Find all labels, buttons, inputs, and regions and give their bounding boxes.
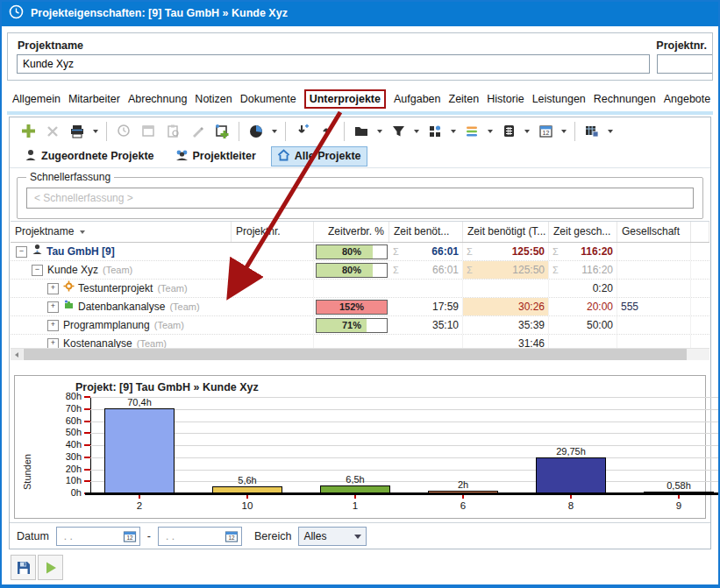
table-save-icon[interactable]	[582, 122, 602, 141]
collapse-expander[interactable]: −	[32, 265, 43, 276]
pie-dropdown-arrow-icon[interactable]	[272, 130, 277, 133]
zeitverbr-cell: 152%	[314, 298, 389, 315]
horizontal-scrollbar[interactable]	[11, 348, 709, 360]
tab-unterprojekte[interactable]: Unterprojekte	[304, 89, 386, 109]
tablesave-dropdown-arrow-icon[interactable]	[608, 130, 613, 133]
bereich-select[interactable]: Alles	[298, 527, 367, 546]
view-button-label: Projektleiter	[193, 150, 256, 162]
table-row-testunterprojekt[interactable]: + Testunterprojekt (Team) 0:20	[11, 280, 709, 298]
column-header-zeit-benoetigt-t[interactable]: Zeit benötigt (T...	[463, 222, 549, 242]
project-name: Datenbankanalyse	[78, 298, 165, 315]
column-header-projektname[interactable]: Projektname	[11, 222, 232, 242]
project-nr-input[interactable]	[657, 54, 713, 74]
collapse-expander[interactable]: −	[16, 246, 27, 258]
expand-expander[interactable]: +	[47, 283, 59, 294]
delete-icon[interactable]	[43, 122, 62, 141]
zeit-benoetigt-t-cell: 35:39	[463, 316, 549, 334]
tab-abrechnung[interactable]: Abrechnung	[128, 93, 187, 105]
tab-dokumente[interactable]: Dokumente	[240, 93, 296, 105]
x-axis-tick	[139, 495, 140, 499]
y-axis-tick	[84, 480, 90, 482]
color-lines-icon[interactable]	[462, 122, 481, 141]
view-alle-projekte-button[interactable]: Alle Projekte	[271, 146, 367, 166]
table-row-programmplanung[interactable]: + Programmplanung (Team) 71% 35:10 35:39…	[11, 316, 709, 335]
calc-dropdown-arrow-icon[interactable]	[524, 130, 530, 133]
column-header-gesellschaft[interactable]: Gesellschaft	[617, 222, 691, 242]
tab-notizen[interactable]: Notizen	[195, 93, 232, 105]
grid-calculator-icon[interactable]	[499, 122, 518, 141]
filter-icon[interactable]	[389, 122, 408, 141]
run-button[interactable]	[38, 555, 63, 580]
zeitverbr-cell: 80%	[314, 261, 389, 279]
add-icon[interactable]	[18, 122, 38, 141]
team-suffix: (Team)	[169, 298, 199, 315]
zeit-benoetigt-cell: Σ66:01	[389, 261, 463, 279]
calendar12-dropdown-arrow-icon[interactable]	[561, 130, 567, 133]
y-axis-tick-label: 30h	[52, 451, 82, 462]
lines-dropdown-arrow-icon[interactable]	[488, 130, 493, 133]
tab-leistungen[interactable]: Leistungen	[532, 93, 586, 105]
window-add-icon[interactable]	[212, 122, 232, 141]
pie-chart-icon[interactable]	[246, 122, 266, 141]
toolbar: 12	[10, 117, 710, 145]
arrow-down-plus-icon[interactable]	[293, 122, 312, 141]
bar-value-label: 5,6h	[208, 475, 287, 485]
project-name-input[interactable]	[17, 54, 650, 74]
app-clock-icon	[9, 4, 24, 22]
quick-entry-input[interactable]	[26, 188, 694, 209]
date-to-input[interactable]: . . 12	[158, 527, 242, 546]
column-header-zeit-geschaetzt[interactable]: Zeit gesch...	[549, 222, 617, 242]
y-axis-tick	[84, 432, 90, 434]
column-header-projektnr[interactable]: Projektnr.	[232, 222, 314, 242]
view-projektleiter-button[interactable]: Projektleiter	[169, 146, 262, 166]
y-axis-tick-label: 40h	[52, 439, 82, 450]
y-axis-tick	[84, 408, 90, 410]
squares-dropdown-arrow-icon[interactable]	[451, 130, 456, 133]
scrollbar-thumb[interactable]	[24, 349, 687, 360]
date-from-input[interactable]: . . 12	[56, 527, 140, 546]
tab-aufgaben[interactable]: Aufgaben	[394, 93, 441, 105]
y-axis-tick-label: 20h	[52, 464, 82, 474]
project-name: Testunterprojekt	[78, 280, 153, 297]
column-header-zeit-benoetigt[interactable]: Zeit benöt...	[389, 222, 463, 242]
filter-dropdown-arrow-icon[interactable]	[414, 130, 419, 133]
grid-header-row: Projektname Projektnr. Zeitverbr. % Zeit…	[11, 222, 709, 243]
clock-add-icon	[114, 122, 133, 141]
zeitverbr-cell: 71%	[314, 316, 389, 334]
print-icon[interactable]	[68, 122, 87, 141]
person-icon	[25, 149, 37, 164]
view-zugeordnete-projekte-button[interactable]: Zugeordnete Projekte	[18, 146, 160, 166]
expand-expander[interactable]: +	[47, 320, 59, 331]
table-row-datenbankanalyse[interactable]: + Datenbankanalyse (Team) 152% 17:59 30:…	[11, 298, 709, 316]
arrow-up-minus-icon[interactable]	[317, 122, 337, 141]
calendar-picker-icon[interactable]: 12	[225, 529, 239, 543]
y-axis-tick	[84, 396, 90, 398]
table-row-kunde-xyz[interactable]: − Kunde Xyz (Team) 80% Σ66:01 Σ125:50 Σ1…	[11, 261, 709, 280]
zeit-geschaetzt-cell: Σ116:20	[549, 261, 617, 279]
tab-rechnungen[interactable]: Rechnungen	[594, 93, 656, 105]
pen-add-icon	[188, 122, 207, 141]
projects-grid: Projektname Projektnr. Zeitverbr. % Zeit…	[11, 221, 709, 353]
squares-icon[interactable]	[425, 122, 445, 141]
folder-dropdown-arrow-icon[interactable]	[377, 130, 382, 133]
scroll-left-button[interactable]	[11, 349, 23, 360]
folder-icon[interactable]	[352, 122, 371, 141]
tab-allgemein[interactable]: Allgemein	[12, 93, 61, 105]
tab-zeiten[interactable]: Zeiten	[449, 93, 480, 105]
tab-angebote[interactable]: Angebote	[664, 93, 711, 105]
column-header-zeitverbr[interactable]: Zeitverbr. %	[314, 222, 389, 242]
expand-expander[interactable]: +	[47, 301, 59, 313]
save-button[interactable]	[11, 555, 36, 580]
clipboard-clock-icon	[163, 122, 182, 141]
svg-text:12: 12	[228, 535, 235, 541]
tab-mitarbeiter[interactable]: Mitarbeiter	[68, 93, 120, 105]
y-axis-tick	[84, 457, 90, 458]
date-range-separator: -	[147, 530, 151, 542]
table-row-tau-gmbh[interactable]: − Tau GmbH [9] 80% Σ66:01 Σ125:50 Σ116:2…	[11, 243, 709, 261]
tab-historie[interactable]: Historie	[487, 93, 524, 105]
calendar-picker-icon[interactable]: 12	[123, 529, 137, 543]
zeit-geschaetzt-cell: Σ116:20	[549, 243, 617, 260]
print-dropdown-arrow-icon[interactable]	[93, 130, 98, 133]
calendar-12-icon[interactable]: 12	[536, 122, 555, 141]
chart-plot-area: 70,4h5,6h6,5h2h29,75h0,58h	[90, 397, 718, 493]
